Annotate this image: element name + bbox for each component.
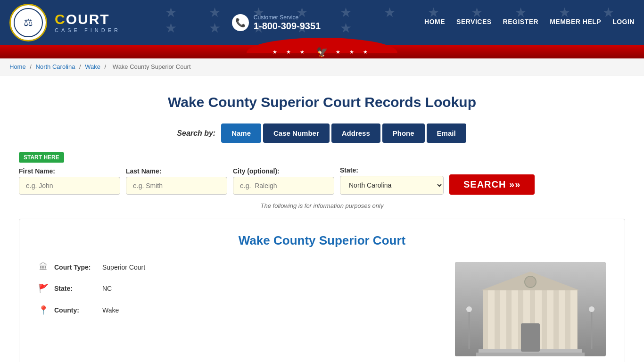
last-name-group: Last Name: bbox=[126, 167, 227, 195]
nav-home[interactable]: HOME bbox=[424, 18, 445, 27]
breadcrumb-county[interactable]: Wake bbox=[85, 63, 100, 70]
star-line-right: ★ ★ ★ bbox=[336, 49, 372, 55]
tab-case-number[interactable]: Case Number bbox=[263, 123, 330, 143]
logo-case-finder-text: CASE FINDER bbox=[55, 27, 121, 33]
tab-email[interactable]: Email bbox=[427, 123, 466, 143]
svg-rect-11 bbox=[570, 290, 577, 352]
first-name-input[interactable] bbox=[19, 177, 120, 195]
cs-text: Customer Service 1-800-309-9351 bbox=[254, 14, 321, 32]
search-by-label: Search by: bbox=[177, 129, 215, 138]
breadcrumb-sep-1: / bbox=[30, 63, 33, 70]
page-title: Wake County Superior Court Records Looku… bbox=[19, 94, 625, 110]
wave-banner: ★ ★ ★ 🦅 ★ ★ ★ bbox=[0, 45, 644, 58]
search-button[interactable]: SEARCH bbox=[449, 174, 535, 195]
state-label: State: bbox=[340, 166, 444, 174]
breadcrumb: Home / North Carolina / Wake / Wake Coun… bbox=[0, 58, 644, 75]
eagle-icon: 🦅 bbox=[316, 46, 328, 58]
start-here-badge: START HERE bbox=[19, 152, 64, 163]
svg-rect-4 bbox=[488, 290, 495, 352]
svg-rect-9 bbox=[547, 290, 553, 352]
logo-inner: ⚖ bbox=[14, 8, 43, 37]
eagle-area: ★ ★ ★ 🦅 ★ ★ ★ bbox=[272, 46, 371, 58]
tab-name[interactable]: Name bbox=[221, 123, 261, 143]
search-btn-label: SEARCH bbox=[463, 179, 506, 189]
court-details-left: 🏛 Court Type: Superior Court 🚩 State: NC… bbox=[38, 262, 436, 356]
court-details: 🏛 Court Type: Superior Court 🚩 State: NC… bbox=[38, 262, 606, 356]
star-line-left: ★ ★ ★ bbox=[272, 49, 308, 55]
logo-area: ⚖ COURT CASE FINDER bbox=[9, 4, 128, 41]
state-detail-value: NC bbox=[102, 285, 112, 292]
court-type-value: Superior Court bbox=[102, 263, 145, 271]
breadcrumb-state[interactable]: North Carolina bbox=[36, 63, 75, 70]
svg-rect-15 bbox=[521, 323, 540, 352]
svg-point-14 bbox=[525, 276, 536, 288]
main-content: Wake County Superior Court Records Looku… bbox=[0, 75, 644, 362]
state-row: 🚩 State: NC bbox=[38, 283, 436, 294]
building-icon: 🏛 bbox=[38, 262, 49, 272]
first-name-label: First Name: bbox=[19, 167, 120, 175]
flag-icon: 🚩 bbox=[38, 283, 49, 294]
nav-login[interactable]: LOGIN bbox=[612, 18, 635, 27]
first-name-group: First Name: bbox=[19, 167, 120, 195]
court-type-row: 🏛 Court Type: Superior Court bbox=[38, 262, 436, 272]
tab-address[interactable]: Address bbox=[331, 123, 380, 143]
svg-point-17 bbox=[466, 306, 472, 312]
nav-services[interactable]: SERVICES bbox=[456, 18, 492, 27]
search-by-row: Search by: Name Case Number Address Phon… bbox=[19, 123, 625, 143]
court-type-label: Court Type: bbox=[54, 263, 97, 271]
building-graphic bbox=[455, 262, 606, 356]
state-group: State: North Carolina Alabama Alaska Ari… bbox=[340, 166, 444, 195]
info-note: The following is for information purpose… bbox=[19, 202, 625, 209]
county-label: County: bbox=[54, 306, 97, 314]
svg-rect-5 bbox=[500, 290, 506, 352]
svg-rect-10 bbox=[559, 290, 565, 352]
last-name-label: Last Name: bbox=[126, 167, 227, 175]
nav-member-help[interactable]: MEMBER HELP bbox=[550, 18, 601, 27]
state-select[interactable]: North Carolina Alabama Alaska Arizona Ca… bbox=[340, 176, 444, 195]
building-svg bbox=[455, 262, 606, 356]
tab-phone[interactable]: Phone bbox=[382, 123, 425, 143]
main-nav: HOME SERVICES REGISTER MEMBER HELP LOGIN bbox=[424, 18, 635, 27]
county-value: Wake bbox=[102, 306, 119, 314]
city-input[interactable] bbox=[233, 177, 334, 195]
customer-service: 📞 Customer Service 1-800-309-9351 bbox=[232, 14, 321, 32]
breadcrumb-current: Wake County Superior Court bbox=[113, 63, 191, 70]
city-label: City (optional): bbox=[233, 167, 334, 175]
city-group: City (optional): bbox=[233, 167, 334, 195]
breadcrumb-sep-2: / bbox=[79, 63, 83, 70]
svg-rect-6 bbox=[512, 290, 518, 352]
last-name-input[interactable] bbox=[126, 177, 227, 195]
breadcrumb-sep-3: / bbox=[105, 63, 108, 70]
nav-register[interactable]: REGISTER bbox=[503, 18, 539, 27]
form-area: START HERE First Name: Last Name: City (… bbox=[19, 152, 625, 195]
cs-phone: 1-800-309-9351 bbox=[254, 21, 321, 32]
logo-emblem: ⚖ bbox=[9, 4, 47, 41]
svg-point-19 bbox=[589, 306, 594, 312]
state-detail-label: State: bbox=[54, 285, 97, 292]
scales-icon: ⚖ bbox=[24, 16, 33, 29]
logo-text: COURT CASE FINDER bbox=[47, 8, 128, 37]
svg-rect-13 bbox=[476, 353, 585, 356]
map-icon: 📍 bbox=[38, 305, 49, 315]
county-row: 📍 County: Wake bbox=[38, 305, 436, 315]
breadcrumb-home[interactable]: Home bbox=[9, 63, 26, 70]
court-info-box: Wake County Superior Court 🏛 Court Type:… bbox=[19, 219, 625, 362]
court-image bbox=[455, 262, 606, 356]
court-info-title: Wake County Superior Court bbox=[38, 233, 606, 248]
cs-label: Customer Service bbox=[254, 14, 321, 21]
search-form: First Name: Last Name: City (optional): … bbox=[19, 166, 625, 195]
logo-court-text: COURT bbox=[55, 12, 110, 26]
phone-icon: 📞 bbox=[232, 14, 249, 31]
